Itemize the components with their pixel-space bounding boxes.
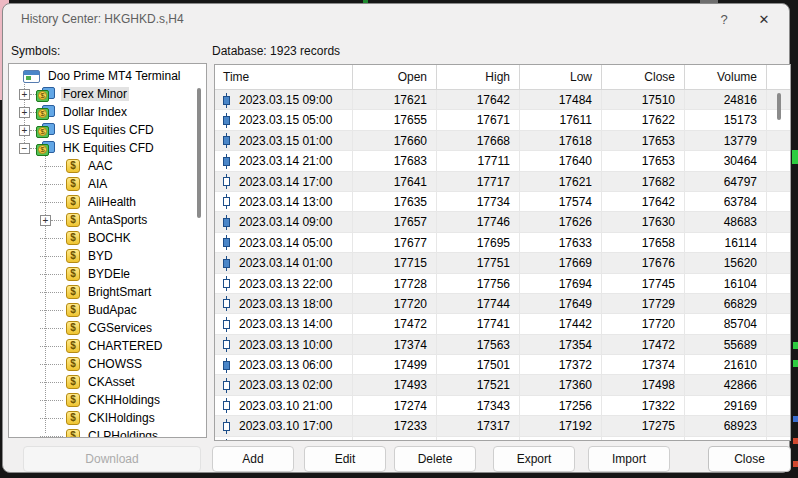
tree-item-bochk[interactable]: $BOCHK xyxy=(9,229,206,247)
tree-item-label: BYD xyxy=(86,249,115,263)
column-header-high[interactable]: High xyxy=(437,65,520,89)
cell-low: 17611 xyxy=(520,110,602,130)
cell-open: 17472 xyxy=(353,314,437,334)
cell-high xyxy=(437,437,520,441)
expand-icon[interactable]: + xyxy=(19,89,30,100)
cell-open: 17493 xyxy=(353,375,437,395)
table-row[interactable]: 2023.03.15 01:00176601766817618176531377… xyxy=(215,131,790,151)
table-row[interactable]: 2023.03.10 17:00172331731717192172756892… xyxy=(215,416,790,436)
tree-item-aac[interactable]: $AAC xyxy=(9,157,206,175)
tree-item-ckasset[interactable]: $CKAsset xyxy=(9,373,206,391)
table-scrollbar[interactable] xyxy=(777,93,781,120)
tree-item-antasports[interactable]: +$AntaSports xyxy=(9,211,206,229)
table-row[interactable]: 2023.03.14 05:00176771769517633176581611… xyxy=(215,233,790,253)
cell-high: 17501 xyxy=(437,355,520,375)
table-row[interactable]: 2023.03.14 13:00176351773417574176426378… xyxy=(215,192,790,212)
tree-scrollbar[interactable] xyxy=(197,88,201,218)
table-row[interactable]: 2023.03.15 09:00176211764217484175102481… xyxy=(215,90,790,110)
table-row[interactable]: 2023.03.13 06:00174991750117372173742161… xyxy=(215,355,790,375)
close-icon[interactable]: ✕ xyxy=(751,8,777,32)
cell-high: 17343 xyxy=(437,396,520,416)
table-row[interactable]: 2023.03.13 02:00174931752117360174984286… xyxy=(215,375,790,395)
cell-open: 17621 xyxy=(353,90,437,110)
tree-item-forex-minor[interactable]: +$Forex Minor xyxy=(9,85,206,103)
table-row[interactable]: 2023.03.15 05:00176551767117611176221517… xyxy=(215,110,790,130)
column-header-time[interactable]: Time xyxy=(215,65,353,89)
import-button[interactable]: Import xyxy=(588,446,670,472)
tree-item-label: CLPHoldings xyxy=(86,429,160,438)
export-button[interactable]: Export xyxy=(493,446,575,472)
table-row[interactable]: 2023.03.14 09:00176571774617626176304868… xyxy=(215,212,790,232)
cell-low: 17626 xyxy=(520,212,602,232)
tree-item-hk-equities-cfd[interactable]: −$HK Equities CFD xyxy=(9,139,206,157)
tree-item-alihealth[interactable]: $AliHealth xyxy=(9,193,206,211)
cell-time: 2023.03.14 09:00 xyxy=(215,212,353,232)
tree-item-byd[interactable]: $BYD xyxy=(9,247,206,265)
cell-high: 17563 xyxy=(437,335,520,355)
titlebar[interactable]: History Center: HKGHKD.s,H4 ? ✕ xyxy=(3,4,789,36)
cell-close: 17498 xyxy=(602,375,685,395)
tree-item-brightsmart[interactable]: $BrightSmart xyxy=(9,283,206,301)
column-header-close[interactable]: Close xyxy=(602,65,685,89)
column-header-low[interactable]: Low xyxy=(520,65,602,89)
cell-close: 17745 xyxy=(602,274,685,294)
symbol-icon: $ xyxy=(66,285,80,299)
cell-high: 17668 xyxy=(437,131,520,151)
tree-item-ckhholdings[interactable]: $CKHHoldings xyxy=(9,391,206,409)
tree-item-bydele[interactable]: $BYDEle xyxy=(9,265,206,283)
cell-open: 17655 xyxy=(353,110,437,130)
tree-item-cgservices[interactable]: $CGServices xyxy=(9,319,206,337)
cell-time: 2023.03.13 18:00 xyxy=(215,294,353,314)
table-row[interactable]: 2023.03.10 21:00172741734317256173222916… xyxy=(215,396,790,416)
tree-item-us-equities-cfd[interactable]: +$US Equities CFD xyxy=(9,121,206,139)
tree-item-label: US Equities CFD xyxy=(61,123,156,137)
table-row[interactable] xyxy=(215,437,790,441)
table-row[interactable]: 2023.03.13 22:00177281775617694177451610… xyxy=(215,274,790,294)
delete-button[interactable]: Delete xyxy=(394,446,476,472)
table-row[interactable]: 2023.03.14 21:00176831771117640176533046… xyxy=(215,151,790,171)
expand-icon[interactable]: + xyxy=(19,125,30,136)
cell-open: 17715 xyxy=(353,253,437,273)
edit-button[interactable]: Edit xyxy=(304,446,386,472)
cell-open: 17374 xyxy=(353,335,437,355)
tree-item-aia[interactable]: $AIA xyxy=(9,175,206,193)
column-header-open[interactable]: Open xyxy=(353,65,437,89)
symbol-icon: $ xyxy=(66,213,80,227)
tree-item-doo-prime-mt4-terminal[interactable]: Doo Prime MT4 Terminal xyxy=(9,67,206,85)
candle-filled-icon xyxy=(223,113,230,128)
tree-item-chowss[interactable]: $CHOWSS xyxy=(9,355,206,373)
symbol-tree[interactable]: Doo Prime MT4 Terminal+$Forex Minor+$Dol… xyxy=(8,63,207,438)
symbol-icon: $ xyxy=(66,357,80,371)
symbol-icon: $ xyxy=(66,159,80,173)
tree-connector xyxy=(40,328,63,329)
tree-item-budapac[interactable]: $BudApac xyxy=(9,301,206,319)
symbols-label: Symbols: xyxy=(11,44,60,58)
cell-close: 17630 xyxy=(602,212,685,232)
tree-item-chartered[interactable]: $CHARTERED xyxy=(9,337,206,355)
candle-hollow-icon xyxy=(223,398,230,413)
tree-item-ckiholdings[interactable]: $CKIHoldings xyxy=(9,409,206,427)
close-button[interactable]: Close xyxy=(708,446,791,472)
expand-icon[interactable]: + xyxy=(19,107,30,118)
tree-connector xyxy=(40,310,63,311)
cell-high: 17717 xyxy=(437,172,520,192)
cell-time xyxy=(215,437,353,441)
tree-item-label: BYDEle xyxy=(86,267,132,281)
table-row[interactable]: 2023.03.13 18:00177201774417649177296682… xyxy=(215,294,790,314)
column-header-volume[interactable]: Volume xyxy=(685,65,767,89)
table-row[interactable]: 2023.03.13 14:00174721774117442177208570… xyxy=(215,314,790,334)
expand-icon[interactable]: + xyxy=(40,215,51,226)
history-table[interactable]: Time Open High Low Close Volume 2023.03.… xyxy=(214,64,791,441)
table-row[interactable]: 2023.03.14 01:00177151775117669176761562… xyxy=(215,253,790,273)
collapse-icon[interactable]: − xyxy=(19,143,30,154)
tree-item-dollar-index[interactable]: +$Dollar Index xyxy=(9,103,206,121)
cell-high: 17521 xyxy=(437,375,520,395)
help-icon[interactable]: ? xyxy=(711,8,737,32)
download-button[interactable]: Download xyxy=(23,446,201,472)
cell-low: 17574 xyxy=(520,192,602,212)
table-row[interactable]: 2023.03.14 17:00176411771717621176826479… xyxy=(215,172,790,192)
tree-item-clpholdings[interactable]: $CLPHoldings xyxy=(9,427,206,438)
add-button[interactable]: Add xyxy=(212,446,294,472)
table-row[interactable]: 2023.03.13 10:00173741756317354174725568… xyxy=(215,335,790,355)
cell-close: 17720 xyxy=(602,314,685,334)
